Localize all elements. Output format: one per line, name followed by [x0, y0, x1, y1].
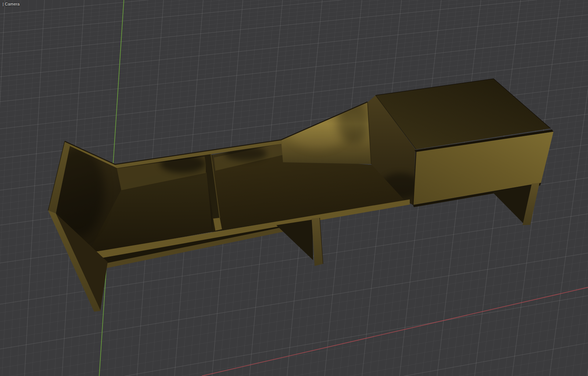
blender-3d-viewport[interactable]: | Camera [0, 0, 588, 376]
viewport-camera-label: | Camera [3, 2, 20, 7]
viewport-canvas [0, 0, 588, 376]
